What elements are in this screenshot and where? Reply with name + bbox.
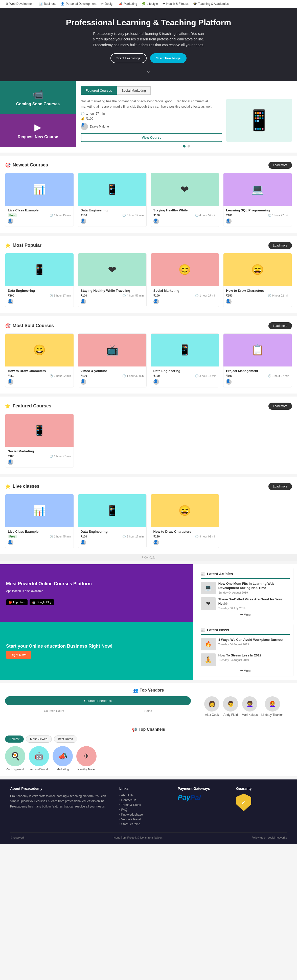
course-meta: Free 🕐 1 hour 45 min (8, 214, 71, 217)
tab-social-marketing[interactable]: Social Marketing (117, 86, 151, 95)
course-card[interactable]: ❤ Staying Healthy While Traveling ₹100 🕐… (78, 253, 147, 307)
view-course-button[interactable]: View Course (81, 133, 222, 142)
course-thumbnail: 📊 (5, 173, 73, 206)
footer-link-item[interactable]: Terms & Rules (119, 803, 170, 807)
nav-item-business[interactable]: 📊Business (39, 2, 56, 6)
hero-description: Proacademy is very professional learning… (88, 31, 209, 48)
footer-about-title: About Proacademy (10, 786, 112, 791)
news-item[interactable]: 🧘 How To Stress Less In 2019 Tuesday 04 … (201, 654, 290, 666)
carousel-dot-2[interactable] (188, 145, 190, 148)
footer-link-item[interactable]: Knowledgebase (119, 813, 170, 816)
course-card[interactable]: 📱 Social Marketing ₹100 🕐 1 hour 27 min … (5, 414, 74, 468)
newest-courses-section: 🎯 Newest Courses Load more 📊 Live Class … (0, 156, 297, 233)
channel-item[interactable]: ✈ Healthy Travel (76, 746, 97, 771)
popular-section-title: ⭐ Most Popular (5, 243, 42, 248)
start-learnings-button[interactable]: Start Learnings (110, 53, 147, 63)
popular-load-more-button[interactable]: Load more (268, 242, 292, 249)
course-avatar-row: 👤 (81, 379, 144, 385)
nav-icon: ❤ (163, 2, 165, 6)
price-icon: 💰 (81, 117, 85, 121)
news-item[interactable]: 🔥 4 Ways We Can Avoid Workplace Burnout … (201, 638, 290, 651)
tab-featured-courses[interactable]: Featured Courses (81, 86, 117, 95)
featured-load-more-button[interactable]: Load more (268, 402, 292, 410)
coming-soon-box[interactable]: 📹 Coming Soon Courses (0, 81, 76, 114)
course-card[interactable]: 📱 Data Engineering ₹100 🕐 3 hour 17 min … (151, 333, 219, 387)
carousel-dot-1[interactable] (183, 145, 185, 148)
promo-powerful-box: Most Powerful Online Courses Platform Ap… (0, 564, 193, 622)
featured-courses-section: ⭐ Featured Courses Load more 📱 Social Ma… (0, 396, 297, 474)
course-card[interactable]: 📋 Project Management ₹100 🕐 1 hour 27 mi… (223, 333, 292, 387)
course-card[interactable]: 😄 How to Draw Characters ₹250 🕐 9 hour 0… (151, 494, 219, 548)
app-store-button[interactable]: 🍎 App Store (6, 599, 27, 605)
course-card[interactable]: 📺 vimeo & youtube ₹100 🕐 1 hour 30 min 👤 (78, 333, 147, 387)
footer-link-item[interactable]: Vendors Panel (119, 818, 170, 821)
news-date: Tuesday 04 August 2019 (219, 643, 283, 646)
google-play-button[interactable]: 🤖 Google Play (30, 599, 54, 605)
footer-link-item[interactable]: Start Learning (119, 822, 170, 826)
course-title: How to Draw Characters (153, 530, 217, 533)
vendor-item[interactable]: 👨 Andy Field (223, 696, 238, 717)
course-card[interactable]: 😄 How to Draw Characters ₹250 🕐 9 hour 0… (5, 333, 74, 387)
coming-soon-label: Coming Soon Courses (16, 102, 60, 107)
live-load-more-button[interactable]: Load more (268, 483, 292, 490)
course-card[interactable]: 😊 Social Marketing ₹100 🕐 1 hour 27 min … (151, 253, 219, 307)
channel-tab-newest[interactable]: Newest (5, 735, 24, 743)
channel-tab-best-rated[interactable]: Best Rated (54, 735, 77, 743)
newest-load-more-button[interactable]: Load more (268, 162, 292, 169)
course-meta: ₹100 🕐 9 hour 17 min (8, 294, 71, 297)
course-meta: ₹100 🕐 4 hour 57 min (81, 294, 144, 297)
nav-item-health-&-fitness[interactable]: ❤Health & Fitness (163, 2, 188, 6)
promo-powerful-title: Most Powerful Online Courses Platform (6, 581, 187, 587)
footer-link-item[interactable]: FAQ (119, 808, 170, 811)
channel-item[interactable]: 📣 Marketing (53, 746, 73, 771)
course-card[interactable]: 📱 Data Engineering ₹100 🕐 9 hour 17 min … (5, 253, 74, 307)
course-card[interactable]: 📱 Data Engineering ₹100 🕐 3 hour 17 min … (78, 173, 147, 227)
promo-education-title: Start your Online education Business Rig… (6, 643, 187, 649)
nav-item-personal-development[interactable]: 👤Personal Development (61, 2, 96, 6)
request-new-course-box[interactable]: ▶ Request New Course (0, 114, 76, 147)
course-instructor-avatar: 👤 (226, 379, 232, 385)
articles-more-link[interactable]: ••• More (201, 613, 290, 617)
feedback-button[interactable]: Courses Feedback (5, 696, 191, 705)
course-duration: 🕐 1 hour 27 min (50, 455, 71, 458)
featured-image-emoji: 📱 (246, 108, 272, 132)
article-item[interactable]: 💻 How One Mom Fits In Learning Web Devel… (201, 582, 290, 594)
course-instructor-avatar: 👤 (8, 218, 13, 224)
channel-item[interactable]: 🍳 Cooking world (5, 746, 25, 771)
course-card[interactable]: ❤ Staying Healthy While... ₹100 🕐 4 hour… (151, 173, 219, 227)
footer-link-item[interactable]: Contact Us (119, 799, 170, 802)
sold-load-more-button[interactable]: Load more (268, 322, 292, 329)
right-now-button[interactable]: Right Now! (6, 651, 31, 659)
course-thumbnail: 😊 (151, 253, 219, 286)
course-card[interactable]: 💻 Learning SQL Programming ₹100 🕐 1 hour… (223, 173, 292, 227)
course-duration: 🕐 1 hour 45 min (50, 214, 71, 217)
course-card[interactable]: 😄 How to Draw Characters ₹250 🕐 9 hour 0… (223, 253, 292, 307)
nav-item-web-development[interactable]: 🖥Web Development (5, 2, 34, 6)
start-teachings-button[interactable]: Start Teachings (150, 53, 187, 63)
nav-item-design[interactable]: ✂Design (101, 2, 114, 6)
course-card[interactable]: 📱 Data Engineering ₹100 🕐 3 hour 17 min … (78, 494, 147, 548)
vendor-item[interactable]: 👩‍🦰 Lindsey Thaxton (261, 696, 284, 717)
course-card[interactable]: 📊 Live Class Example Free 🕐 1 hour 45 mi… (5, 173, 74, 227)
channel-item[interactable]: 🤖 Android World (29, 746, 49, 771)
channel-tab-most-viewed[interactable]: Most Viewed (26, 735, 51, 743)
featured-left-panel: 📹 Coming Soon Courses ▶ Request New Cour… (0, 81, 76, 153)
course-duration: 🕐 3 hour 17 min (122, 214, 144, 217)
vendor-item[interactable]: 👩‍🦱 Mari Kalups (242, 696, 257, 717)
nav-item-marketing[interactable]: 📣Marketing (119, 2, 137, 6)
nav-item-teaching-&-academics[interactable]: 🎓Teaching & Academics (193, 2, 229, 6)
course-meta: ₹100 🕐 1 hour 27 min (226, 374, 289, 378)
vendor-item[interactable]: 👩 Alex Cook (204, 696, 219, 717)
most-popular-section: ⭐ Most Popular Load more 📱 Data Engineer… (0, 236, 297, 313)
news-more-link[interactable]: ••• More (201, 669, 290, 673)
course-card[interactable]: 📊 Live Class Example Free 🕐 1 hour 45 mi… (5, 494, 74, 548)
article-item[interactable]: ❤ These So-Called Vices Are Good for You… (201, 597, 290, 610)
course-duration: 🕐 1 hour 45 min (50, 535, 71, 538)
course-meta: Free 🕐 1 hour 45 min (8, 535, 71, 538)
nav-icon: 🌿 (142, 2, 145, 6)
footer-link-item[interactable]: About Us (119, 794, 170, 797)
news-thumbnail: 🔥 (201, 638, 216, 651)
nav-item-lifestyle[interactable]: 🌿Lifestyle (142, 2, 158, 6)
top-nav: 🖥Web Development📊Business👤Personal Devel… (0, 0, 297, 8)
nav-icon: ✂ (101, 2, 104, 6)
